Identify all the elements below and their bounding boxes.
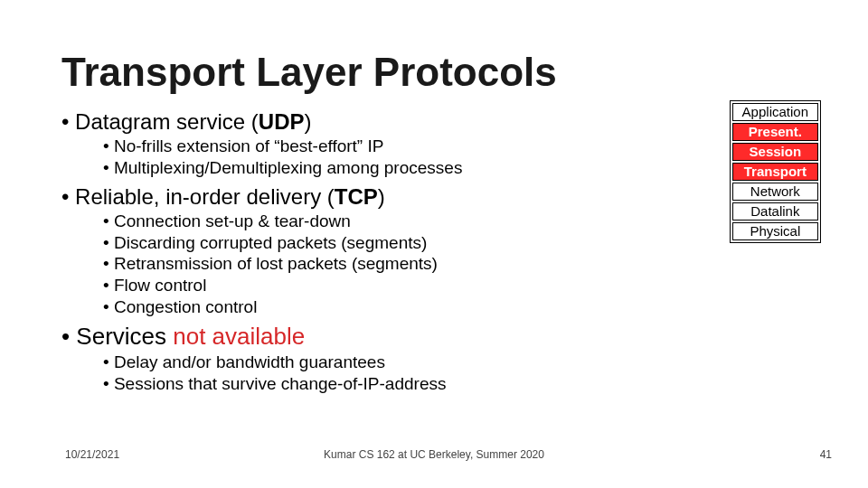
- footer-center: Kumar CS 162 at UC Berkeley, Summer 2020: [0, 448, 868, 461]
- subbullet: Connection set-up & tear-down: [103, 211, 640, 232]
- subbullet: No-frills extension of “best-effort” IP: [103, 136, 640, 157]
- text-bold: TCP: [335, 184, 378, 209]
- subbullet: Sessions that survive change-of-IP-addre…: [103, 373, 640, 395]
- layer-cell: Application: [732, 103, 818, 121]
- text: Services: [76, 323, 173, 350]
- subbullet: Discarding corrupted packets (segments): [103, 232, 640, 254]
- text: ): [378, 184, 385, 209]
- slide: Transport Layer Protocols Datagram servi…: [0, 0, 868, 488]
- layer-cell: Network: [732, 183, 818, 201]
- layer-cell: Transport: [732, 163, 818, 181]
- layer-cell: Datalink: [732, 202, 818, 221]
- footer-page-number: 41: [820, 448, 832, 461]
- slide-title: Transport Layer Protocols: [61, 50, 557, 95]
- subbullet: Flow control: [103, 275, 640, 296]
- text: Reliable, in-order delivery (: [75, 184, 335, 209]
- subbullet: Retransmission of lost packets (segments…: [103, 253, 640, 275]
- text-bold: UDP: [259, 109, 305, 134]
- text-red: not available: [173, 323, 305, 350]
- bullet-tcp: Reliable, in-order delivery (TCP): [61, 183, 640, 211]
- slide-body: Datagram service (UDP) No-frills extensi…: [61, 104, 640, 395]
- bullet-not-available: Services not available: [61, 322, 640, 352]
- layer-cell: Present.: [732, 123, 818, 141]
- subbullet: Multiplexing/Demultiplexing among proces…: [103, 157, 640, 179]
- osi-layers-table: Application Present. Session Transport N…: [730, 100, 821, 243]
- subbullet: Delay and/or bandwidth guarantees: [103, 352, 640, 373]
- layer-cell: Session: [732, 143, 818, 161]
- text: Datagram service (: [75, 109, 259, 134]
- text: ): [304, 109, 311, 134]
- subbullet: Congestion control: [103, 296, 640, 318]
- bullet-udp: Datagram service (UDP): [61, 108, 640, 136]
- layer-cell: Physical: [732, 222, 818, 240]
